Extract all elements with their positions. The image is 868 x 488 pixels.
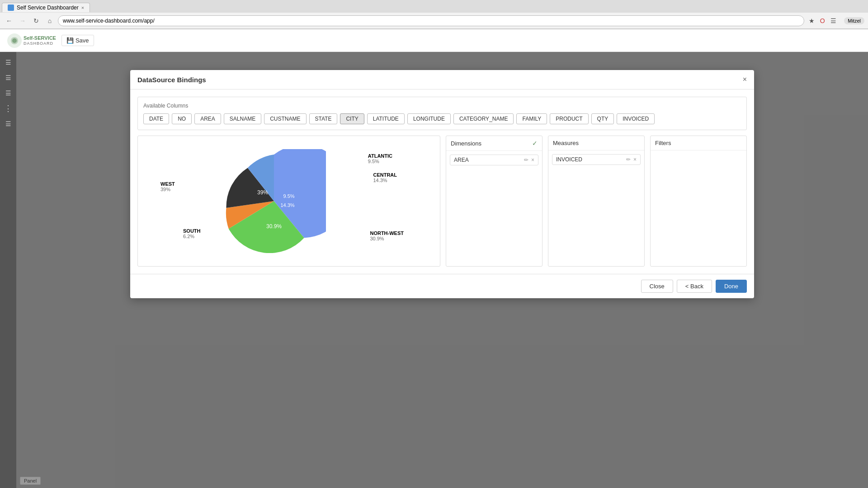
browser-chrome: Self Service Dashboarder × ← → ↻ ⌂ ★ O ☰… [0, 0, 868, 29]
dimension-edit-icon[interactable]: ✏ [524, 157, 528, 163]
dimensions-panel: Dimensions ✓ AREA ✏ × [446, 136, 542, 267]
sidebar-item-2[interactable]: ☰ [1, 71, 15, 84]
tab-bar: Self Service Dashboarder × [0, 0, 868, 13]
central-name: CENTRAL [373, 172, 397, 178]
measures-panel: Measures INVOICED ✏ × [548, 136, 645, 267]
star-icon[interactable]: ★ [807, 16, 816, 25]
dimension-remove-icon[interactable]: × [531, 157, 534, 163]
nav-bar: ← → ↻ ⌂ ★ O ☰ Mitzel [0, 13, 868, 29]
modal-close-button[interactable]: × [743, 75, 747, 84]
central-value: 14.3% [373, 178, 397, 183]
atlantic-value: 9.5% [368, 159, 392, 164]
measure-invoiced-actions: ✏ × [626, 156, 637, 163]
modal-body: Available Columns DATE NO AREA SALNAME C… [130, 89, 754, 274]
modal-header: DataSource Bindings × [130, 70, 754, 89]
user-label: Mitzel [844, 17, 864, 24]
col-LATITUDE[interactable]: LATITUDE [367, 113, 405, 124]
col-CITY[interactable]: CITY [340, 113, 364, 124]
modal-title: DataSource Bindings [137, 76, 206, 84]
tab-title: Self Service Dashboarder [17, 5, 79, 11]
pie-chart-svg: 9.5% 14.3% 30.9% 39% [222, 149, 326, 253]
west-name: WEST [160, 181, 175, 187]
modal-overlay: DataSource Bindings × Available Columns … [16, 52, 868, 488]
col-CUSTNAME[interactable]: CUSTNAME [264, 113, 306, 124]
measures-header: Measures [548, 136, 644, 150]
col-PRODUCT[interactable]: PRODUCT [550, 113, 588, 124]
available-columns-label: Available Columns [143, 103, 741, 109]
pie-label-west-pct: 39% [257, 189, 268, 196]
dimensions-label: Dimensions [451, 140, 481, 147]
measure-invoiced-label: INVOICED [556, 156, 582, 163]
tab-favicon [8, 5, 14, 11]
col-SALNAME[interactable]: SALNAME [224, 113, 261, 124]
opera-icon[interactable]: O [818, 16, 827, 25]
sidebar-item-5[interactable]: ☰ [1, 117, 15, 131]
save-label: Save [75, 37, 89, 44]
modal-footer: Close < Back Done [130, 274, 754, 298]
dimensions-header: Dimensions ✓ [446, 136, 542, 151]
columns-list: DATE NO AREA SALNAME CUSTNAME STATE CITY… [143, 113, 741, 124]
tab-close-btn[interactable]: × [81, 5, 84, 10]
measure-edit-icon[interactable]: ✏ [626, 156, 631, 163]
pie-label-atlantic-pct: 9.5% [283, 193, 294, 199]
dimension-area-actions: ✏ × [524, 157, 534, 163]
col-QTY[interactable]: QTY [591, 113, 614, 124]
app-background: Self-SERVICE DASHBOARD 💾 Save ☰ ☰ ☰ ⋮ ☰ [0, 29, 868, 488]
app-header: Self-SERVICE DASHBOARD 💾 Save [0, 29, 868, 52]
sidebar-item-3[interactable]: ☰ [1, 86, 15, 100]
address-bar[interactable] [58, 15, 804, 26]
dimensions-body: AREA ✏ × [446, 151, 542, 266]
logo-text: Self-SERVICE DASHBOARD [24, 35, 56, 46]
done-button[interactable]: Done [716, 280, 747, 293]
main-content: DataSource Bindings × Available Columns … [16, 52, 868, 488]
northwest-value: 30.9% [370, 236, 404, 241]
sidebar: ☰ ☰ ☰ ⋮ ☰ [0, 52, 16, 488]
back-btn[interactable]: ← [4, 15, 14, 26]
browser-tab[interactable]: Self Service Dashboarder × [2, 3, 90, 12]
forward-btn[interactable]: → [17, 15, 28, 26]
dimension-area-label: AREA [454, 157, 469, 163]
chart-area: 9.5% 14.3% 30.9% 39% ATLANTIC [137, 136, 440, 267]
reload-btn[interactable]: ↻ [31, 15, 42, 26]
bindings-panels: Dimensions ✓ AREA ✏ × [446, 136, 747, 267]
filters-panel: Filters [650, 136, 747, 267]
filters-label: Filters [655, 140, 671, 146]
south-name: SOUTH [183, 228, 201, 234]
col-LONGITUDE[interactable]: LONGITUDE [407, 113, 451, 124]
available-columns-section: Available Columns DATE NO AREA SALNAME C… [137, 97, 747, 130]
pie-label-central-pct: 14.3% [280, 202, 294, 208]
app-body: ☰ ☰ ☰ ⋮ ☰ DataSource Bindings × [0, 52, 868, 488]
sidebar-item-4[interactable]: ⋮ [1, 102, 15, 115]
measure-invoiced-item: INVOICED ✏ × [552, 154, 641, 165]
label-west: WEST 39% [160, 181, 175, 192]
close-button[interactable]: Close [641, 280, 673, 293]
save-button[interactable]: 💾 Save [61, 35, 94, 46]
northwest-name: NORTH-WEST [370, 230, 404, 236]
home-btn[interactable]: ⌂ [44, 15, 55, 26]
app-logo: Self-SERVICE DASHBOARD [7, 33, 56, 48]
label-northwest: NORTH-WEST 30.9% [370, 230, 404, 241]
sidebar-item-1[interactable]: ☰ [1, 56, 15, 69]
south-value: 6.2% [183, 234, 201, 239]
label-atlantic: ATLANTIC 9.5% [368, 153, 392, 164]
pie-label-northwest-pct: 30.9% [266, 223, 282, 230]
extensions-icon[interactable]: ☰ [829, 16, 838, 25]
col-AREA[interactable]: AREA [194, 113, 221, 124]
label-south: SOUTH 6.2% [183, 228, 201, 239]
pie-container: 9.5% 14.3% 30.9% 39% ATLANTIC [138, 136, 440, 266]
col-NO[interactable]: NO [172, 113, 192, 124]
col-CATEGORY_NAME[interactable]: CATEGORY_NAME [453, 113, 514, 124]
col-STATE[interactable]: STATE [309, 113, 338, 124]
logo-icon [7, 33, 22, 48]
col-DATE[interactable]: DATE [143, 113, 169, 124]
west-value: 39% [160, 187, 175, 192]
save-icon: 💾 [66, 37, 74, 44]
measure-remove-icon[interactable]: × [633, 156, 637, 163]
back-button[interactable]: < Back [677, 280, 712, 293]
col-INVOICED[interactable]: INVOICED [617, 113, 655, 124]
col-FAMILY[interactable]: FAMILY [516, 113, 547, 124]
filters-header: Filters [651, 136, 746, 150]
chart-bindings-row: 9.5% 14.3% 30.9% 39% ATLANTIC [137, 136, 747, 267]
dimensions-check-icon: ✓ [532, 140, 538, 147]
svg-point-1 [12, 38, 17, 43]
